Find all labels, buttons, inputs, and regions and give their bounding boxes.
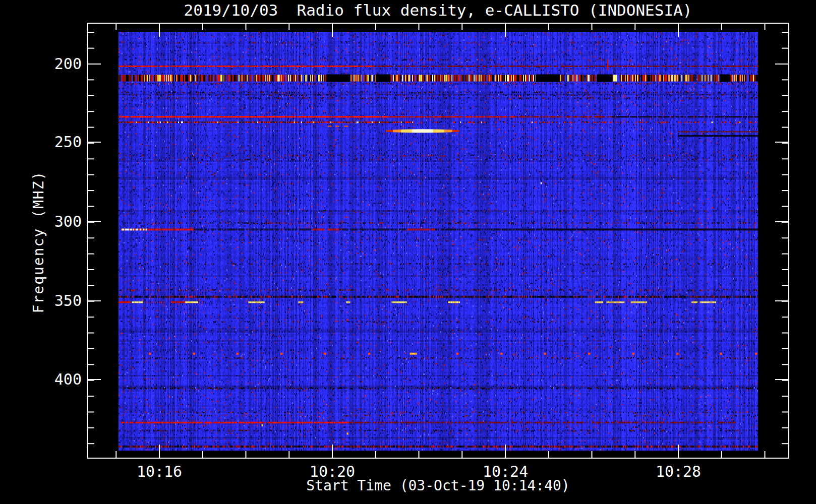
y-axis-tick-label: 200	[6, 55, 82, 73]
chart-title: 2019/10/03 Radio flux density, e-CALLIST…	[87, 1, 789, 19]
y-axis-title: Frequency (MHZ)	[30, 171, 47, 313]
y-axis-tick-label: 250	[6, 134, 82, 151]
spectrogram-canvas	[87, 23, 789, 459]
spectrogram-screen: 2019/10/03 Radio flux density, e-CALLIST…	[0, 0, 816, 504]
y-axis-tick-label: 300	[6, 213, 82, 230]
x-axis-title: Start Time (03-Oct-19 10:14:40)	[87, 477, 789, 494]
y-axis-tick-label: 400	[6, 371, 82, 388]
y-axis-tick-label: 350	[6, 292, 82, 309]
